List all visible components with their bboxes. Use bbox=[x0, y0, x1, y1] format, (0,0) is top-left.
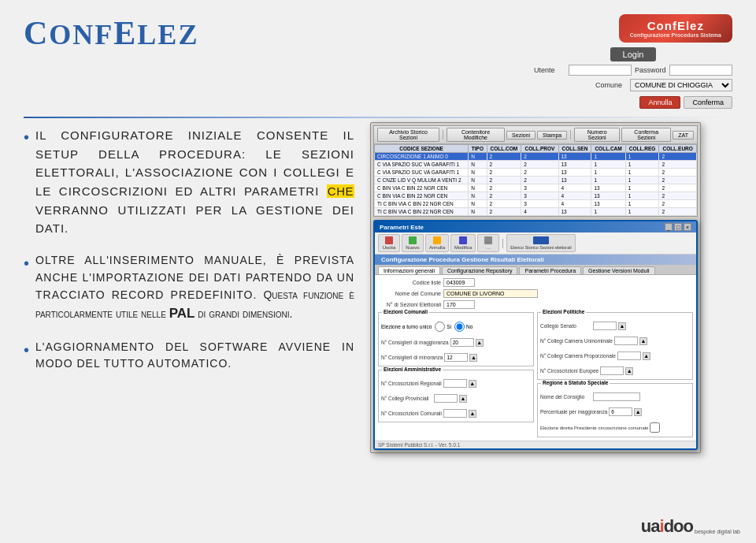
circ-europee-input[interactable] bbox=[600, 366, 624, 375]
radio-si[interactable]: Si bbox=[435, 322, 451, 332]
table-cell: C BIN VIA C BIN 22 NGR CEN bbox=[375, 184, 469, 192]
table-cell: 1 bbox=[625, 184, 659, 192]
radio-si-input[interactable] bbox=[435, 322, 445, 332]
radio-no-input[interactable] bbox=[454, 322, 465, 332]
icon-btn-modifica[interactable]: Modifica bbox=[450, 234, 476, 252]
table-cell: 1 bbox=[625, 153, 659, 161]
toolbar-btn-sezioni[interactable]: Sezioni bbox=[506, 131, 536, 139]
table-cell: C VIA SPAZIO SUC VA GARAFITI 1 bbox=[375, 161, 469, 169]
toolbar-btn-zat[interactable]: ZAT bbox=[673, 131, 694, 139]
table-row[interactable]: TI C BIN VIA C BIN 22 NGR CENN2341312 bbox=[375, 200, 697, 208]
table-cell: 2 bbox=[487, 208, 521, 216]
th-tipo: TIPO bbox=[469, 145, 487, 153]
table-cell: TI C BIN VIA C BIN 22 NGR CEN bbox=[375, 208, 469, 216]
dialog-maximize[interactable]: □ bbox=[674, 223, 682, 231]
toolbar-sep-2 bbox=[570, 130, 571, 139]
consiglieri-magg-input[interactable] bbox=[450, 338, 474, 347]
circ-comunali-btn[interactable]: ▲ bbox=[469, 410, 476, 418]
collegi-cam-uninom-btn[interactable]: ▲ bbox=[639, 337, 647, 345]
table-cell: 4 bbox=[558, 200, 591, 208]
icon-btn-nuovo-label: Nuovo bbox=[406, 245, 419, 250]
table-cell: 2 bbox=[659, 169, 697, 177]
table-row[interactable]: C VIA SPAZIO SUC VA GARAFITI 1N2213112 bbox=[375, 169, 697, 177]
collegi-cam-prop-btn[interactable]: ▲ bbox=[643, 352, 650, 360]
tab-info-generali[interactable]: Informazioni generali bbox=[378, 266, 440, 274]
bullet-text-1: Il configuratore iniziale consente il se… bbox=[35, 126, 354, 238]
table-row[interactable]: CIRCOSCRIZIONE 1 ANIMO 0N2213112 bbox=[375, 153, 697, 161]
annulla-button[interactable]: Annulla bbox=[639, 96, 680, 109]
confelez-badge: ConfElez Configurazione Procedura Sistem… bbox=[619, 14, 732, 43]
table-row[interactable]: TI C BIN VIA C BIN 22 NGR CENN2413112 bbox=[375, 208, 697, 216]
collegi-cam-prop-input[interactable] bbox=[617, 351, 641, 360]
bullet-dot-3: • bbox=[24, 340, 29, 359]
toolbar-btn-numero[interactable]: Numero Sezioni bbox=[574, 128, 620, 142]
tab-configurazione[interactable]: Configurazione Repository bbox=[442, 266, 518, 274]
toolbar-btn-contenitore[interactable]: Contenitore Modifiche bbox=[447, 128, 505, 142]
table-cell: 1 bbox=[591, 208, 625, 216]
table-cell: C VIA SPAZIO SUC VA GARAFITI 1 bbox=[375, 169, 469, 177]
dialog-close-buttons: _ □ × bbox=[665, 223, 691, 231]
collegi-cam-uninom-input[interactable] bbox=[614, 337, 638, 345]
table-cell: N bbox=[469, 192, 487, 200]
icon-btn-elenco[interactable]: Elenco Storico Sezioni elettorali bbox=[506, 234, 575, 252]
circ-regionali-input[interactable] bbox=[443, 379, 467, 388]
utente-input[interactable] bbox=[569, 65, 632, 76]
badge-title: ConfElez bbox=[647, 19, 704, 32]
icon-btn-annulla[interactable]: Annulla bbox=[425, 234, 449, 252]
icon-btn-uscita[interactable]: Uscita bbox=[378, 234, 400, 252]
login-button[interactable]: Login bbox=[610, 47, 657, 61]
table-cell: N bbox=[469, 153, 487, 161]
nome-consiglio-input[interactable] bbox=[593, 392, 640, 401]
table-row[interactable]: C CNZE LID V Q MULUM A VENTI 2N2213112 bbox=[375, 177, 697, 184]
table-cell: 3 bbox=[521, 184, 558, 192]
password-input[interactable] bbox=[669, 65, 732, 76]
collegi-prov-row: N° Collegi Provinciali ▲ bbox=[381, 394, 531, 403]
consiglieri-magg-btn[interactable]: ▲ bbox=[476, 339, 484, 347]
table-cell: 2 bbox=[521, 153, 558, 161]
right-col: Elezioni Politiche Collegio Senato ▲ N° … bbox=[537, 312, 693, 437]
table-cell: N bbox=[469, 200, 487, 208]
n-sezioni-input[interactable] bbox=[443, 300, 475, 309]
percentuale-btn[interactable]: ▲ bbox=[634, 408, 642, 416]
table-row[interactable]: C VIA SPAZIO SUC VA GARAFITI 1N2213112 bbox=[375, 161, 697, 169]
icon-btn-more[interactable]: ... bbox=[477, 234, 499, 252]
circ-comunali-row: N° Circoscrizioni Comunali ▲ bbox=[381, 409, 531, 418]
dialog-close[interactable]: × bbox=[684, 223, 691, 231]
consiglieri-min-input[interactable] bbox=[444, 353, 468, 362]
collegio-senato-row: Collegio Senato ▲ bbox=[540, 322, 690, 330]
dialog-minimize[interactable]: _ bbox=[665, 223, 673, 231]
circ-europee-btn[interactable]: ▲ bbox=[625, 367, 633, 375]
circ-comunali-input[interactable] bbox=[443, 409, 467, 418]
elezione-diretta-check[interactable] bbox=[650, 422, 660, 433]
table-cell: 2 bbox=[521, 161, 558, 169]
collegi-prov-btn[interactable]: ▲ bbox=[459, 395, 467, 403]
conferma-button[interactable]: Conferma bbox=[684, 96, 732, 109]
radio-no[interactable]: No bbox=[454, 322, 472, 332]
nome-comune-input[interactable] bbox=[443, 289, 538, 298]
collegio-senato-input[interactable] bbox=[593, 322, 617, 330]
collegi-prov-input[interactable] bbox=[434, 394, 458, 403]
table-row[interactable]: C BIN VIA C BIN 22 NGR CENN2341312 bbox=[375, 192, 697, 200]
table-cell: 2 bbox=[659, 208, 697, 216]
table-cell: 13 bbox=[558, 161, 591, 169]
codice-input[interactable] bbox=[443, 278, 475, 287]
icon-btn-nuovo[interactable]: Nuovo bbox=[402, 234, 424, 252]
collegio-senato-btn[interactable]: ▲ bbox=[618, 322, 626, 330]
percentuale-input[interactable] bbox=[609, 407, 632, 416]
statuto-title: Regione a Statuto Speciale bbox=[541, 380, 610, 385]
table-cell: 2 bbox=[659, 200, 697, 208]
toolbar-btn-archivio[interactable]: Archivio Storico Sezioni bbox=[377, 128, 439, 142]
tab-parametri[interactable]: Parametri Procedura bbox=[519, 266, 581, 274]
left-col: Elezioni Comunali Elezione a turno unico… bbox=[378, 312, 534, 437]
comune-select[interactable]: COMUNE DI CHIOGGIA bbox=[630, 79, 732, 91]
table-row[interactable]: C BIN VIA C BIN 22 NGR CENN2341312 bbox=[375, 184, 697, 192]
toolbar-btn-stampa[interactable]: Stampa bbox=[537, 131, 567, 139]
consiglieri-min-btn[interactable]: ▲ bbox=[469, 354, 477, 362]
toolbar-btn-conferma-sez[interactable]: Conferma Sezioni bbox=[621, 128, 671, 142]
circ-regionali-btn[interactable]: ▲ bbox=[469, 380, 476, 388]
comune-label: Comune bbox=[595, 81, 627, 89]
elezione-diretta-label: Elezione diretta Presidente circoscrizio… bbox=[540, 426, 648, 430]
tab-gestione[interactable]: Gestione Versioni Moduli bbox=[583, 266, 654, 274]
elezioni-politiche-section: Elezioni Politiche Collegio Senato ▲ N° … bbox=[537, 312, 693, 380]
table-cell: CIRCOSCRIZIONE 1 ANIMO 0 bbox=[375, 153, 469, 161]
